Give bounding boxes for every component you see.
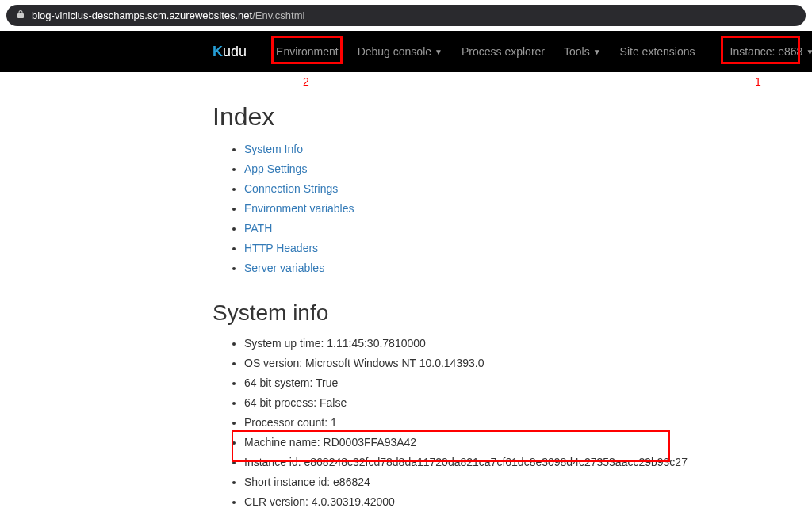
nav-debug-console[interactable]: Debug console ▼ — [348, 33, 452, 70]
brand-k: K — [213, 44, 223, 60]
annotation-label-1: 1 — [755, 75, 761, 88]
browser-address-bar[interactable]: blog-vinicius-deschamps.scm.azurewebsite… — [6, 5, 806, 26]
index-link-appsettings[interactable]: App Settings — [244, 162, 307, 175]
nav-instance-label: Instance: e868 — [730, 45, 803, 58]
page-content: Index System Info App Settings Connectio… — [0, 72, 812, 512]
sysinfo-short-instance: Short instance id: e86824 — [244, 474, 812, 491]
nav-site-extensions[interactable]: Site extensions — [611, 33, 705, 70]
brand-text: udu — [223, 44, 247, 60]
sysinfo-bit-system: 64 bit system: True — [244, 375, 812, 392]
sysinfo-list: System up time: 1.11:45:30.7810000 OS ve… — [213, 335, 812, 512]
index-link-servervars[interactable]: Server variables — [244, 262, 324, 274]
index-link-envvars[interactable]: Environment variables — [244, 202, 354, 215]
index-list: System Info App Settings Connection Stri… — [213, 141, 812, 277]
sysinfo-machine: Machine name: RD0003FFA93A42 — [244, 434, 812, 451]
index-heading: Index — [213, 102, 812, 132]
sysinfo-instance-id: Instance id: e868248c32fcd78d8da11720da8… — [244, 454, 812, 471]
nav-tools[interactable]: Tools ▼ — [554, 33, 611, 70]
nav-instance[interactable]: Instance: e868 ▼ — [721, 33, 812, 70]
annotation-label-2: 2 — [303, 75, 309, 88]
brand-logo[interactable]: Kudu — [213, 44, 247, 60]
sysinfo-clr: CLR version: 4.0.30319.42000 — [244, 494, 812, 510]
nav-tools-label: Tools — [564, 45, 590, 58]
index-link-httpheaders[interactable]: HTTP Headers — [244, 242, 318, 254]
sysinfo-os: OS version: Microsoft Windows NT 10.0.14… — [244, 355, 812, 372]
nav-debug-label: Debug console — [358, 45, 431, 58]
index-link-connectionstrings[interactable]: Connection Strings — [244, 182, 338, 195]
url-text: blog-vinicius-deschamps.scm.azurewebsite… — [32, 10, 304, 21]
lock-icon — [16, 10, 25, 21]
caret-icon: ▼ — [806, 48, 812, 56]
sysinfo-uptime: System up time: 1.11:45:30.7810000 — [244, 335, 812, 352]
sysinfo-proc-count: Processor count: 1 — [244, 415, 812, 431]
sysinfo-bit-process: 64 bit process: False — [244, 395, 812, 411]
index-link-systeminfo[interactable]: System Info — [244, 143, 303, 155]
main-navbar: Kudu Environment Debug console ▼ Process… — [0, 31, 812, 72]
index-link-path[interactable]: PATH — [244, 222, 272, 235]
nav-environment[interactable]: Environment — [266, 33, 348, 70]
sysinfo-heading: System info — [213, 300, 812, 326]
caret-icon: ▼ — [593, 48, 601, 56]
nav-process-explorer[interactable]: Process explorer — [452, 33, 554, 70]
caret-icon: ▼ — [435, 48, 442, 56]
